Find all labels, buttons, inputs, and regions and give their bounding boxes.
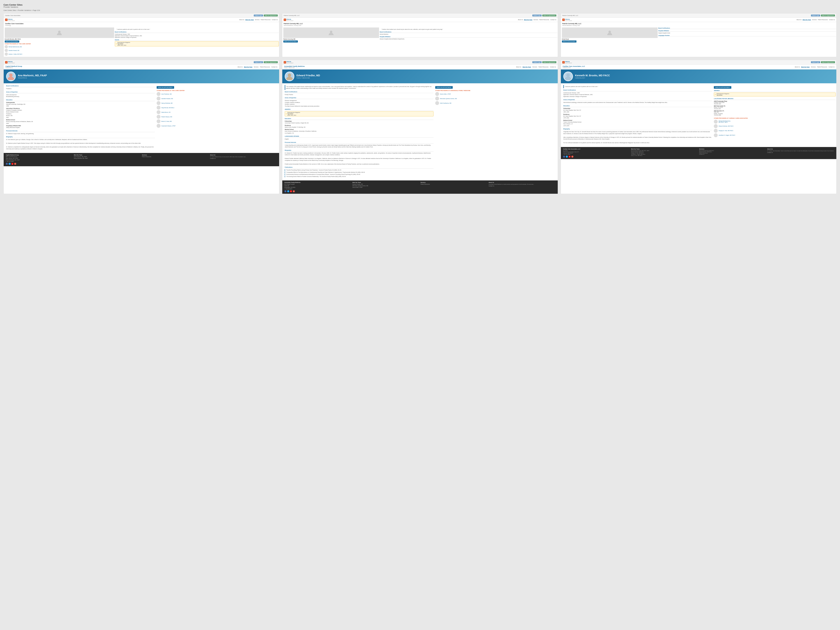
large-nav-contact-2[interactable]: Contact Us (550, 66, 556, 68)
large-nav-resources-3[interactable]: Patient Resources (817, 66, 827, 68)
large-other-name-2-3[interactable]: Keith Sudharma, MD (440, 103, 451, 104)
large-nav-contact-1[interactable]: Contact Us (271, 66, 277, 68)
youtube-icon[interactable]: ▶ (11, 163, 13, 165)
youtube-icon-3[interactable]: ▶ (568, 156, 571, 158)
make-appt-btn-card-2[interactable]: MAKE AN APPOINTMENT (283, 40, 298, 43)
patient-login-btn[interactable]: Patient Login (254, 14, 263, 16)
large-nav-resources-1[interactable]: Patient Resources (260, 66, 270, 68)
large-footer-prov-3-2[interactable]: Shana Krishnan, MD FACC (631, 152, 698, 152)
facebook-icon-2[interactable]: f (284, 190, 286, 192)
large-other-name-3-1[interactable]: Michael Bartholomew,MD FACC, MPH (718, 120, 731, 123)
make-appt-btn-card-3[interactable]: MAKE AN APPOINTMENT (562, 40, 576, 43)
large-other-name-3-3[interactable]: Gregory D. Kao, MD FACC (718, 130, 733, 131)
patient-login-btn-3[interactable]: Patient Login (811, 14, 820, 16)
large-footer-service-1[interactable]: Patient Resources (142, 156, 209, 157)
provider-right-col: "I welcome patients who wish to partner … (115, 27, 279, 56)
facebook-icon-3[interactable]: f (563, 156, 565, 158)
large-appt-btn-1[interactable]: MAKE AN APPOINTMENT (156, 86, 174, 89)
nav-patient-resources-3[interactable]: Patient Resources (818, 19, 828, 21)
large-other-name-3-4[interactable]: Jonathan E. Hogan, MD FACC (718, 134, 735, 136)
large-footer-contact-2[interactable]: Contact Us (489, 185, 556, 186)
large-appt-btn-3[interactable]: MAKE AN APPOINTMENT (714, 86, 731, 89)
large-patient-login-btn-2[interactable]: Patient Login (532, 61, 542, 63)
facebook-icon[interactable]: f (6, 163, 8, 165)
large-other-name-3[interactable]: Nancy Esfenida, MD (161, 103, 172, 104)
large-other-name-2[interactable]: Danielle Howard, MD (161, 98, 173, 99)
large-footer-prov-2-3[interactable]: Darren Allen, CPNP (352, 187, 420, 188)
large-other-name-8[interactable]: Susannah Strauss, CPNP (161, 125, 175, 126)
nav-about-3[interactable]: About Us (796, 19, 802, 21)
nav-services[interactable]: Services (255, 19, 259, 21)
twitter-icon-2[interactable]: t (287, 190, 289, 192)
large-patient-login-btn-3[interactable]: Patient Login (811, 61, 820, 63)
privia-sub: HEALTH GROUP (8, 20, 15, 21)
large-footer-addr-3-1: Our Office: (563, 150, 630, 151)
large-nav-services-1[interactable]: Services (254, 66, 259, 68)
large-interests-text-2: I enjoy bicycling and contemporary theat… (285, 144, 433, 148)
large-make-appt-btn-top-2[interactable]: Make An Appointment (542, 61, 556, 63)
large-patient-login-btn-1[interactable]: Patient Login (254, 61, 263, 63)
large-other-name-7[interactable]: Breck E. Drew, MD (161, 121, 172, 122)
twitter-icon[interactable]: t (9, 163, 11, 165)
twitter-icon-3[interactable]: t (566, 156, 568, 158)
large-nav-about-1[interactable]: About Us (237, 66, 243, 68)
large-nav-meet-1[interactable]: Meet the Team (244, 66, 253, 68)
large-footer-service-3-1[interactable]: Minimal Biochemical, MD FACC (699, 150, 766, 151)
large-footer-prov-3-1[interactable]: Michael Bartholomew, MD FACC, MPH (631, 150, 698, 151)
large-other-name-1[interactable]: Ana Friedman, MD (161, 93, 172, 95)
large-footer-prov-3-3[interactable]: Gregory D. Kao, MD FACC (631, 153, 698, 154)
nav-contact-2[interactable]: Contact Us (550, 19, 556, 21)
large-nav-resources-2[interactable]: Patient Resources (538, 66, 548, 68)
large-other-name-6[interactable]: Robert Strauss, MD (161, 116, 172, 117)
large-other-name-2-2[interactable]: Mercedes Quintos-Gomez, MD (440, 98, 457, 99)
large-other-name-3-2[interactable]: Shana Krishnan, MD FACC (718, 125, 733, 127)
large-other-name-5[interactable]: Maria Burns, DO (161, 112, 171, 113)
large-footer-prov-2-2[interactable]: Mercedes Quintos-Gomez, MD (352, 185, 420, 186)
large-other-name-2-1[interactable]: Darren Allen, CPNP (440, 93, 451, 95)
large-footer-service-3-3[interactable]: Patient Resources (699, 153, 766, 154)
large-footer-prov-3-4[interactable]: Jonathan E. Hogan, MD FACC (631, 154, 698, 155)
make-appt-btn-top[interactable]: Make An Appointment (264, 14, 278, 16)
large-nav-services-3[interactable]: Services (811, 66, 816, 68)
large-nav-contact-3[interactable]: Contact Us (829, 66, 835, 68)
googleplus-icon-3[interactable]: g+ (572, 156, 573, 158)
large-footer-service-3-4[interactable]: Contact Us (699, 154, 766, 155)
large-footer-prov-2-1[interactable]: Edward Friedler, MD (352, 183, 420, 185)
make-appt-btn-card[interactable]: MAKE AN APPOINTMENT (5, 40, 19, 43)
nav-meet-team-3[interactable]: Meet the Team (802, 19, 811, 21)
large-footer-service-3-2[interactable]: Shana Krishnan, MD FACC (699, 152, 766, 152)
nav-meet-team[interactable]: Meet the Team (245, 19, 254, 21)
large-make-appt-btn-top-1[interactable]: Make An Appointment (264, 61, 278, 63)
nav-services-3[interactable]: Services (812, 19, 817, 21)
nav-contact-3[interactable]: Contact Us (829, 19, 835, 21)
large-nav-meet-2[interactable]: Meet the Team (523, 66, 531, 68)
large-other-name-4[interactable]: Katy McCaw, MA MSLC (161, 107, 174, 108)
location-addr-2: Reston, VA 20191703-391-2937 (714, 107, 835, 109)
large-footer-service-2[interactable]: Patient Resources (420, 183, 488, 185)
large-locations-title-3: LOCATIONS FOR DR. BROOKS (714, 98, 835, 100)
nav-about-2[interactable]: About Us (518, 19, 523, 21)
youtube-icon-2[interactable]: ▶ (290, 190, 292, 192)
large-nav-about-3[interactable]: About Us (795, 66, 800, 68)
googleplus-icon[interactable]: g+ (14, 163, 16, 165)
patient-login-btn-2[interactable]: Patient Login (532, 14, 542, 16)
large-footer-prov-1[interactable]: Ana Friedman, MD, FAAP (74, 156, 141, 157)
large-nav-meet-3[interactable]: Meet the Team (801, 66, 810, 68)
nav-patient-resources-2[interactable]: Patient Resources (539, 19, 549, 21)
large-footer-prov-2[interactable]: Nancy Esfenida, MD, FAAP (74, 158, 141, 159)
nav-services-2[interactable]: Services (534, 19, 538, 21)
large-nav-about-2[interactable]: About Us (516, 66, 521, 68)
nav-meet-team-2[interactable]: Meet the Team (524, 19, 532, 21)
nav-about[interactable]: About Us (239, 19, 244, 21)
googleplus-icon-2[interactable]: g+ (293, 190, 295, 192)
large-footer-prov-3-5[interactable]: Henry V. Foo, MD FACC (631, 155, 698, 156)
make-appt-btn-top-3[interactable]: Make An Appointment (821, 14, 835, 16)
large-footer-contact-3[interactable]: Contact Us (767, 152, 834, 153)
large-footer-contact-link[interactable]: Contact Us (210, 158, 277, 159)
large-appt-btn-2[interactable]: MAKE AN APPOINTMENT (435, 86, 453, 89)
nav-patient-resources[interactable]: Patient Resources (261, 19, 270, 21)
large-make-appt-btn-top-3[interactable]: Make An Appointment (821, 61, 835, 63)
large-nav-services-2[interactable]: Services (532, 66, 537, 68)
make-appt-btn-top-2[interactable]: Make An Appointment (542, 14, 556, 16)
nav-contact[interactable]: Contact Us (272, 19, 278, 21)
